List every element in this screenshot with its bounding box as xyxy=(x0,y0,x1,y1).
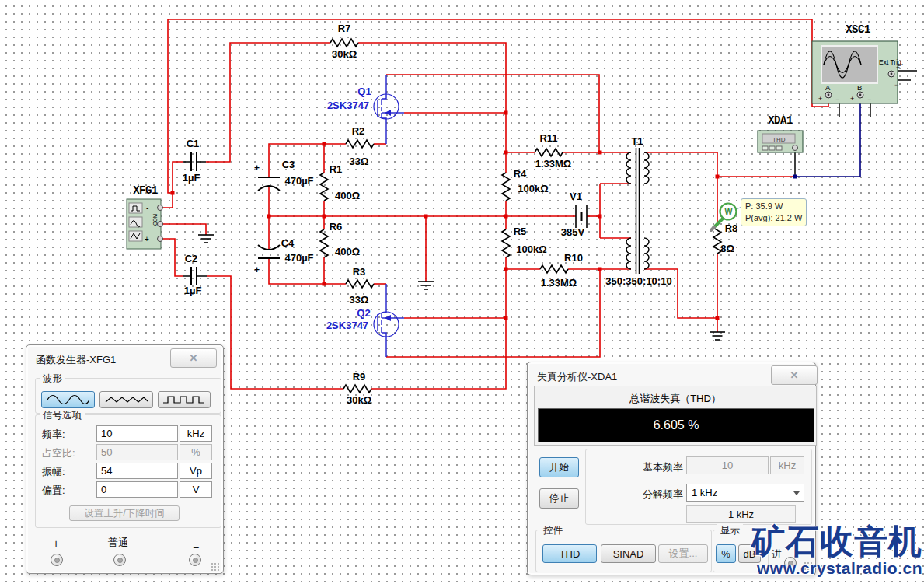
label-r1-ref[interactable]: R1 xyxy=(330,163,343,175)
label-r3-val[interactable]: 33Ω xyxy=(350,294,369,306)
percent-display-button[interactable]: % xyxy=(716,544,736,563)
label-c4-val[interactable]: 470µF xyxy=(284,252,313,264)
label-r7-val[interactable]: 30kΩ xyxy=(332,48,357,60)
label-r5-ref[interactable]: R5 xyxy=(514,226,527,237)
label-r8-val[interactable]: 8Ω xyxy=(720,243,734,254)
label-c1-val[interactable]: 1µF xyxy=(183,172,200,184)
thd-header: 总谐波失真（THD） xyxy=(535,386,816,406)
label-t1-ref[interactable]: T1 xyxy=(631,135,643,147)
resistor-R6 xyxy=(320,229,328,257)
label-c2-ref[interactable]: C2 xyxy=(185,253,198,264)
mosfet-Q2[interactable] xyxy=(374,284,404,357)
wattmeter-power: P: 35.9 W xyxy=(745,201,802,212)
frequency-unit[interactable]: kHz xyxy=(180,425,212,442)
triangle-wave-icon xyxy=(104,394,149,405)
rise-fall-time-button[interactable]: 设置上升/下降时间 xyxy=(69,505,180,521)
label-q2-val[interactable]: 2SK3747 xyxy=(326,320,368,331)
amplitude-unit[interactable]: Vp xyxy=(180,463,212,479)
label-r9-ref[interactable]: R9 xyxy=(353,371,366,383)
xsc1-oscilloscope-icon[interactable]: Ext Trig. + − A B + − + − xyxy=(812,41,903,103)
label-q1-ref[interactable]: Q1 xyxy=(357,86,371,97)
offset-unit[interactable]: V xyxy=(180,481,212,498)
label-xsc1[interactable]: XSC1 xyxy=(846,23,870,36)
label-c4-ref[interactable]: C4 xyxy=(281,237,295,249)
fg-plus-terminal-label: + xyxy=(53,537,59,550)
label-r11-val[interactable]: 1.33MΩ xyxy=(535,158,572,170)
label-r1-val[interactable]: 400Ω xyxy=(335,190,360,201)
fg-minus-terminal-label: − xyxy=(193,541,199,554)
resistor-R4 xyxy=(502,173,510,201)
label-r4-val[interactable]: 100kΩ xyxy=(518,183,548,194)
fundamental-freq-label: 基本频率 xyxy=(613,460,683,474)
wires-navy[interactable] xyxy=(795,98,860,177)
label-c3-ref[interactable]: C3 xyxy=(282,159,295,170)
label-r2-val[interactable]: 33Ω xyxy=(350,156,369,167)
xfg-minus-mark: - xyxy=(146,204,148,212)
frequency-input[interactable] xyxy=(96,425,178,442)
label-c3-val[interactable]: 470µF xyxy=(284,175,313,187)
label-v1-ref[interactable]: V1 xyxy=(570,191,582,202)
label-r6-ref[interactable]: R6 xyxy=(330,221,343,233)
triangle-wave-button[interactable] xyxy=(99,391,153,408)
resolution-freq-dropdown[interactable]: 1 kHz xyxy=(686,484,804,502)
label-q1-val[interactable]: 2SK3747 xyxy=(327,100,369,111)
fg-plus-terminal[interactable] xyxy=(51,554,63,566)
label-r9-val[interactable]: 30kΩ xyxy=(347,394,371,406)
transformer-T1[interactable] xyxy=(626,142,649,274)
ground-1 xyxy=(198,235,214,243)
stop-button[interactable]: 停止 xyxy=(539,488,579,509)
battery-V1[interactable] xyxy=(576,205,587,228)
fg-common-terminal[interactable] xyxy=(113,554,126,566)
label-xfg1[interactable]: XFG1 xyxy=(133,184,158,197)
mosfet-Q1[interactable] xyxy=(374,75,404,144)
duty-cycle-input xyxy=(96,444,178,460)
channel-b-label: B xyxy=(857,83,862,92)
offset-input[interactable] xyxy=(96,481,178,498)
start-button[interactable]: 开始 xyxy=(539,457,579,477)
square-wave-icon xyxy=(162,394,207,405)
xda1-analyzer-icon[interactable]: THD xyxy=(758,131,803,152)
label-r5-val[interactable]: 100kΩ xyxy=(516,243,546,255)
label-c2-val[interactable]: 1µF xyxy=(184,285,202,296)
ground-symbols[interactable] xyxy=(198,235,725,340)
label-r7-ref[interactable]: R7 xyxy=(338,23,351,34)
sine-wave-button[interactable] xyxy=(41,391,95,408)
fg-minus-terminal[interactable] xyxy=(189,554,201,566)
xfg-plus-mark: + xyxy=(145,235,149,243)
label-r11-ref[interactable]: R11 xyxy=(539,132,557,144)
xfg1-instrument-icon[interactable]: - COM + xyxy=(127,199,163,249)
watermark-title: 矿石收音机 xyxy=(751,524,922,559)
fg-resize-grip[interactable] xyxy=(211,562,220,572)
label-r6-val[interactable]: 400Ω xyxy=(335,246,360,257)
da-close-button[interactable]: ✕ xyxy=(771,365,818,385)
fg-close-button[interactable]: ✕ xyxy=(170,348,217,368)
sine-wave-icon xyxy=(46,394,91,405)
capacitors[interactable] xyxy=(191,152,280,285)
fg-common-label: 普通 xyxy=(108,536,128,550)
channel-a-label: A xyxy=(825,83,831,92)
square-wave-button[interactable] xyxy=(158,391,211,408)
label-c1-ref[interactable]: C1 xyxy=(187,138,200,149)
label-r3-ref[interactable]: R3 xyxy=(353,266,366,278)
resolution-freq-readout: 1 kHz xyxy=(686,505,796,523)
resistor-R2 xyxy=(346,140,374,148)
duty-cycle-label: 占空比: xyxy=(42,446,75,460)
settings-button[interactable]: 设置... xyxy=(658,544,708,563)
label-r10-val[interactable]: 1.33MΩ xyxy=(541,277,577,289)
label-r8-ref[interactable]: R8 xyxy=(725,222,738,234)
label-xda1[interactable]: XDA1 xyxy=(768,114,793,127)
amplitude-label: 振幅: xyxy=(42,465,65,479)
thd-mode-button[interactable]: THD xyxy=(542,544,597,563)
label-t1-ratio[interactable]: 350:350:10:10 xyxy=(605,275,671,287)
label-v1-val[interactable]: 385V xyxy=(561,226,584,238)
resolution-freq-value: 1 kHz xyxy=(692,487,717,498)
amplitude-input[interactable] xyxy=(96,463,178,479)
label-r4-ref[interactable]: R4 xyxy=(514,168,527,180)
label-r10-ref[interactable]: R10 xyxy=(564,252,583,264)
resistor-R3 xyxy=(346,280,374,288)
thd-readout: 6.605 % xyxy=(538,408,814,442)
sinad-mode-button[interactable]: SINAD xyxy=(601,544,656,563)
xda-icon-display: THD xyxy=(772,136,786,143)
label-q2-ref[interactable]: Q2 xyxy=(357,307,370,319)
label-r2-ref[interactable]: R2 xyxy=(352,125,365,137)
